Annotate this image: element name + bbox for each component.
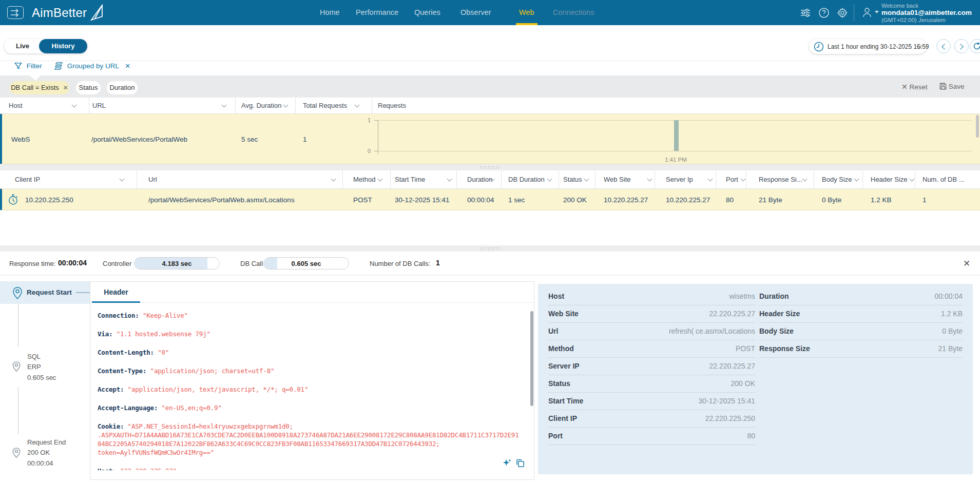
nav-performance[interactable]: Performance [356,0,398,25]
sort-caret-icon[interactable] [584,177,589,182]
num-db-calls-value: 1 [436,259,440,267]
nav-connections[interactable]: Connections [553,0,594,25]
sort-caret-icon[interactable] [708,177,713,182]
table1-scrollbar[interactable] [976,115,979,138]
sort-caret-icon[interactable] [741,177,746,182]
col-header-size[interactable]: Header Size [871,170,908,189]
col-requests[interactable]: Requests [378,98,406,114]
remove-chip-icon[interactable]: ✕ [63,84,68,91]
reset-button[interactable]: ✕ Reset [901,83,928,91]
tune-icon[interactable] [800,7,811,18]
stopwatch-icon [8,194,18,205]
chip-db-call[interactable]: DB Call = Exists✕ [10,81,69,94]
app-root: AimBetter Home Performance Queries Obser… [0,0,980,482]
navbar: AimBetter Home Performance Queries Obser… [0,0,980,25]
col-num-db[interactable]: Num. of DB ... [923,170,965,189]
sort-caret-icon[interactable] [647,177,652,182]
col-client-ip[interactable]: Client IP [15,170,40,189]
sort-caret-icon[interactable] [331,177,336,182]
request-row[interactable]: 10.220.225.250 /portal/WebServices/Porta… [0,189,980,210]
splitter-handle[interactable] [479,166,499,169]
col-server-ip[interactable]: Server Ip [666,170,693,189]
chip-duration[interactable]: Duration [107,81,138,94]
col-start-time[interactable]: Start Time [395,170,425,189]
help-icon[interactable] [818,7,830,18]
sort-caret-icon[interactable] [355,103,360,108]
sort-caret-icon[interactable] [447,177,452,182]
col-body-size[interactable]: Body Size [822,170,852,189]
request-start-label: Request Start [27,288,72,296]
sidebar-collapse-button[interactable] [7,6,24,19]
nav-web[interactable]: Web [519,0,534,25]
app-logo[interactable]: AimBetter [32,6,87,20]
nav-queries[interactable]: Queries [414,0,440,25]
prop-value: 22.220.225.27 [709,310,755,318]
filter-button[interactable]: Filter [14,62,42,75]
col-response-size[interactable]: Response Si... [759,170,802,189]
live-history-toggle: Live History [4,39,87,53]
prop-key: Url [548,327,558,335]
close-detail-icon[interactable]: ✕ [963,258,970,269]
time-forward-button[interactable] [954,39,969,53]
pin-icon [11,286,24,300]
tabs-row-divider [0,61,980,61]
tab-header[interactable]: Header [92,282,140,303]
prop-key: Port [548,432,563,440]
response-time-value: 00:00:04 [58,259,87,267]
col-avg-duration[interactable]: Avg. Duration [241,98,282,114]
col-method[interactable]: Method [353,170,375,189]
col-url[interactable]: URL [92,98,106,114]
user-email[interactable]: mondata01@aimbetter.com [881,9,972,16]
response-time-label: Response time: [9,260,55,267]
cell-port: 80 [726,196,734,204]
timeline-connector [76,292,90,293]
user-avatar-icon[interactable] [861,7,873,18]
sort-caret-icon[interactable] [120,177,125,182]
ai-sparkle-icon[interactable] [503,458,512,468]
col-url[interactable]: Url [148,170,157,189]
splitter-handle[interactable] [479,247,499,250]
sort-caret-icon[interactable] [378,177,383,182]
history-clock-icon [813,41,824,52]
tab-live[interactable]: Live [4,39,41,53]
user-menu-caret-icon[interactable] [875,11,879,13]
col-web-site[interactable]: Web Site [604,170,631,189]
cell-num-db: 1 [923,196,927,204]
chip-status[interactable]: Status [76,81,101,94]
col-total-requests[interactable]: Total Requests [303,98,347,114]
cell-db-duration: 1 sec [508,196,525,204]
grouped-table-row[interactable]: WebS /portal/WebServices/PortalWeb 5 sec… [0,114,980,164]
db-call-value: 0.605 sec [264,258,349,269]
sort-caret-icon[interactable] [72,103,77,108]
col-port[interactable]: Port [726,170,738,189]
grouped-by-url-control[interactable]: Grouped by URL ✕ [54,62,130,75]
timeline-request-end: Request End [27,438,66,446]
copy-icon[interactable] [515,458,525,468]
sort-caret-icon[interactable] [547,177,552,182]
sort-caret-icon[interactable] [910,177,915,182]
col-duration[interactable]: Duration [467,170,492,189]
col-db-duration[interactable]: DB Duration [508,170,545,189]
refresh-button[interactable] [970,39,980,53]
row-accent-bar [0,189,2,210]
time-range-selector[interactable]: Last 1 hour ending 30-12-2025 15:59 [809,39,927,54]
clear-group-icon[interactable]: ✕ [125,62,130,70]
prop-value: 00:00:04 [935,292,963,300]
col-status[interactable]: Status [563,170,582,189]
sort-caret-icon[interactable] [802,177,808,182]
sort-caret-icon[interactable] [222,103,227,108]
chart-bar[interactable] [674,120,679,151]
prop-key: Duration [759,292,789,300]
nav-home[interactable]: Home [320,0,340,25]
sort-caret-icon[interactable] [283,103,289,108]
tab-history[interactable]: History [39,39,87,53]
sort-caret-icon[interactable] [854,177,859,182]
save-button[interactable]: Save [939,83,965,90]
time-back-button[interactable] [936,39,951,53]
col-host[interactable]: Host [9,98,23,114]
code-scrollbar[interactable] [530,311,533,406]
num-db-calls-label: Number of DB Calls: [370,260,430,267]
nav-observer[interactable]: Observer [460,0,491,25]
gear-icon[interactable] [837,7,848,18]
prop-value: 1.2 KB [941,310,963,318]
